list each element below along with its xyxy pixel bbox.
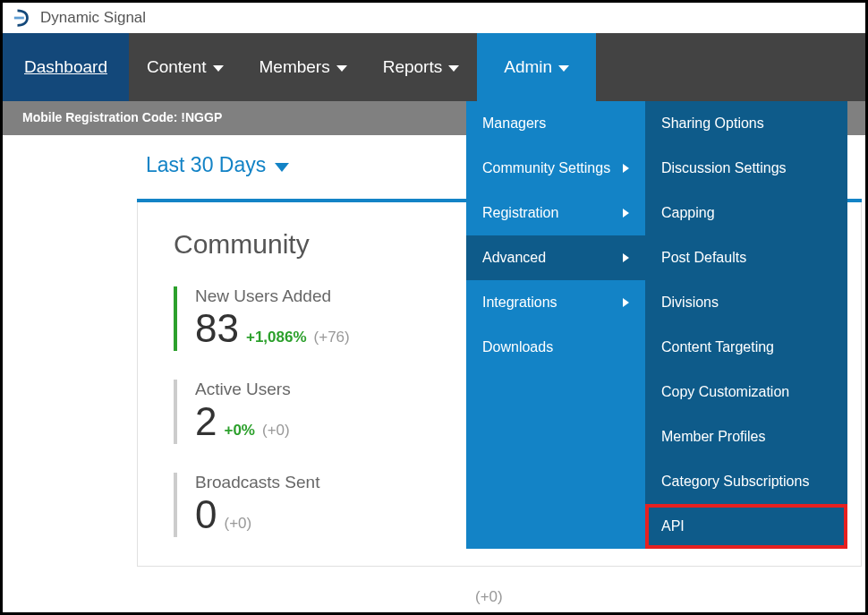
menu-content-targeting[interactable]: Content Targeting (645, 325, 847, 370)
caret-down-icon (558, 65, 569, 72)
caret-down-icon (275, 163, 289, 172)
caret-down-icon (448, 65, 459, 72)
menu-label: Sharing Options (661, 115, 764, 132)
stat-value: 0 (195, 492, 217, 537)
chevron-right-icon (623, 209, 629, 218)
nav-content[interactable]: Content (129, 33, 242, 101)
menu-label: Advanced (482, 250, 546, 266)
menu-member-profiles[interactable]: Member Profiles (645, 414, 847, 459)
brand-bar: Dynamic Signal (3, 3, 865, 33)
menu-label: Capping (661, 205, 715, 221)
brand-name: Dynamic Signal (40, 9, 146, 27)
menu-label: Post Defaults (661, 250, 746, 266)
menu-label: Category Subscriptions (661, 474, 809, 490)
stat-value: 2 (195, 399, 217, 444)
caret-down-icon (213, 65, 224, 72)
menu-label: Divisions (661, 295, 719, 311)
menu-post-defaults[interactable]: Post Defaults (645, 235, 847, 280)
nav-dashboard[interactable]: Dashboard (3, 33, 129, 101)
nav-content-label: Content (147, 57, 207, 77)
menu-label: Downloads (482, 339, 553, 355)
nav-members[interactable]: Members (242, 33, 365, 101)
stat-delta: (+0) (262, 422, 290, 440)
menu-label: Managers (482, 115, 546, 132)
menu-discussion-settings[interactable]: Discussion Settings (645, 146, 847, 191)
nav-reports-label: Reports (383, 57, 443, 77)
date-filter-label: Last 30 Days (146, 153, 266, 177)
stat-delta: (+0) (224, 515, 251, 533)
nav-admin-label: Admin (504, 57, 552, 77)
menu-copy-customization[interactable]: Copy Customization (645, 370, 847, 414)
stat-delta-bg: (+0) (475, 588, 503, 606)
caret-down-icon (336, 65, 347, 72)
nav-reports[interactable]: Reports (365, 33, 478, 101)
stat-pct: +1,086% (246, 329, 307, 346)
menu-advanced[interactable]: Advanced (466, 235, 645, 280)
menu-label: Registration (482, 205, 558, 221)
chevron-right-icon (623, 253, 629, 262)
stat-pct: +0% (224, 422, 255, 440)
menu-label: Member Profiles (661, 429, 765, 445)
admin-dropdown-primary: Managers Community Settings Registration… (466, 101, 645, 549)
stat-value: 83 (195, 306, 239, 351)
menu-divisions[interactable]: Divisions (645, 280, 847, 325)
top-nav: Dashboard Content Members Reports Admin (3, 33, 865, 101)
nav-members-label: Members (260, 57, 330, 77)
menu-community-settings[interactable]: Community Settings (466, 146, 645, 191)
stat-delta: (+76) (314, 329, 350, 346)
menu-label: Discussion Settings (661, 160, 787, 176)
menu-registration[interactable]: Registration (466, 191, 645, 235)
nav-dashboard-label: Dashboard (24, 57, 107, 77)
admin-dropdown-secondary: Sharing Options Discussion Settings Capp… (645, 101, 847, 549)
brand-logo-icon (12, 7, 33, 29)
admin-dropdown: Managers Community Settings Registration… (466, 101, 847, 549)
menu-downloads[interactable]: Downloads (466, 325, 645, 370)
menu-label: Integrations (482, 295, 557, 311)
menu-sharing-options[interactable]: Sharing Options (645, 101, 847, 146)
menu-label: Content Targeting (661, 339, 774, 355)
menu-label: Copy Customization (661, 384, 789, 400)
menu-managers[interactable]: Managers (466, 101, 645, 146)
reg-code-text: Mobile Registration Code: !NGGP (22, 110, 222, 124)
menu-integrations[interactable]: Integrations (466, 280, 645, 325)
menu-capping[interactable]: Capping (645, 191, 847, 235)
menu-label: API (661, 518, 685, 534)
nav-admin[interactable]: Admin (477, 33, 596, 101)
chevron-right-icon (623, 164, 629, 173)
menu-category-subscriptions[interactable]: Category Subscriptions (645, 459, 847, 504)
menu-label: Community Settings (482, 160, 610, 176)
menu-api[interactable]: API (645, 504, 847, 549)
chevron-right-icon (623, 298, 629, 307)
